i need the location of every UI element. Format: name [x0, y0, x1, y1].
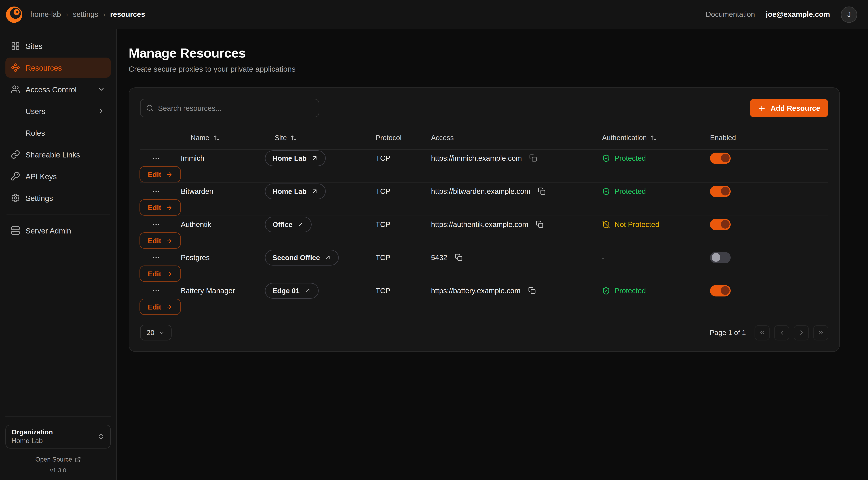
resource-protocol: TCP	[376, 154, 431, 162]
enabled-toggle[interactable]	[710, 252, 731, 263]
sidebar-item-roles[interactable]: Roles	[5, 123, 111, 143]
organization-selector[interactable]: Organization Home Lab	[5, 425, 111, 449]
sort-icon	[651, 134, 657, 141]
enabled-toggle[interactable]	[710, 285, 731, 296]
sort-icon	[290, 134, 297, 141]
row-actions-button[interactable]	[148, 249, 164, 266]
sidebar-item-label: Sites	[26, 41, 42, 50]
edit-button[interactable]: Edit	[140, 299, 181, 315]
column-access: Access	[431, 133, 454, 142]
auth-status: Protected	[602, 187, 710, 195]
row-actions-button[interactable]	[148, 282, 164, 299]
next-page-button[interactable]	[794, 325, 809, 340]
table-row: Immich Home Lab TCP https://immich.examp…	[140, 150, 828, 183]
sidebar-item-server-admin[interactable]: Server Admin	[5, 220, 111, 241]
copy-button[interactable]	[452, 251, 465, 264]
documentation-link[interactable]: Documentation	[706, 10, 755, 19]
copy-button[interactable]	[535, 185, 548, 198]
edit-button[interactable]: Edit	[140, 266, 181, 282]
sort-by-name[interactable]: Name	[181, 133, 220, 142]
resources-card: Add Resource Name Site Protocol Access A…	[129, 87, 840, 352]
table-row: Bitwarden Home Lab TCP https://bitwarden…	[140, 183, 828, 216]
main-content: Manage Resources Create secure proxies t…	[117, 29, 868, 480]
resource-protocol: TCP	[376, 187, 431, 195]
edit-button[interactable]: Edit	[140, 199, 181, 216]
access-url: https://battery.example.com	[431, 287, 520, 295]
copy-button[interactable]	[527, 151, 540, 164]
copy-button[interactable]	[525, 284, 538, 297]
users-icon	[11, 85, 20, 94]
avatar[interactable]: J	[841, 6, 857, 23]
site-link[interactable]: Home Lab	[265, 183, 326, 199]
sidebar-item-users[interactable]: Users	[5, 101, 111, 121]
sort-by-site[interactable]: Site	[265, 133, 297, 142]
pager-buttons	[754, 325, 828, 340]
sidebar-item-label: Server Admin	[26, 226, 71, 235]
sidebar-item-access-control[interactable]: Access Control	[5, 79, 111, 99]
gear-icon	[11, 193, 20, 203]
arrow-right-icon	[165, 204, 173, 211]
sidebar-item-api-keys[interactable]: API Keys	[5, 166, 111, 186]
row-actions-button[interactable]	[148, 183, 164, 199]
chevrons-up-down-icon	[97, 433, 105, 440]
copy-button[interactable]	[533, 218, 546, 231]
sidebar-nav: Sites Resources Access Control Users Rol…	[5, 36, 111, 241]
copy-icon	[455, 253, 463, 261]
sort-by-authentication[interactable]: Authentication	[602, 133, 657, 142]
page-size-select[interactable]: 20	[140, 325, 172, 340]
edit-button[interactable]: Edit	[140, 232, 181, 249]
sidebar-item-label: API Keys	[26, 172, 57, 181]
column-enabled: Enabled	[710, 133, 736, 142]
first-page-button[interactable]	[754, 325, 770, 340]
external-arrow-icon	[298, 221, 304, 228]
avatar-initial: J	[847, 10, 851, 19]
ellipsis-icon	[152, 253, 160, 262]
shield-check-icon	[602, 187, 610, 195]
topbar: home-lab › settings › resources Document…	[0, 0, 868, 29]
resources-table: Name Site Protocol Access Authentication…	[140, 126, 828, 315]
site-link[interactable]: Office	[265, 216, 312, 232]
user-email[interactable]: joe@example.com	[766, 10, 830, 19]
sort-icon	[213, 134, 220, 141]
auth-status: -	[602, 253, 710, 262]
sidebar-item-settings[interactable]: Settings	[5, 188, 111, 208]
sidebar-item-resources[interactable]: Resources	[5, 58, 111, 78]
site-link[interactable]: Edge 01	[265, 283, 319, 298]
shield-check-icon	[602, 287, 610, 295]
chevron-right-icon	[798, 329, 805, 336]
external-arrow-icon	[305, 287, 311, 294]
arrow-right-icon	[165, 237, 173, 244]
pangolin-logo[interactable]	[5, 6, 23, 23]
edit-button[interactable]: Edit	[140, 166, 181, 182]
site-link[interactable]: Home Lab	[265, 150, 326, 166]
chevrons-left-icon	[759, 329, 766, 336]
chevrons-right-icon	[817, 329, 825, 336]
grid-icon	[11, 41, 20, 51]
breadcrumb-separator: ›	[103, 11, 105, 18]
resource-protocol: TCP	[376, 253, 431, 262]
site-link[interactable]: Second Office	[265, 249, 339, 265]
chevron-down-icon	[97, 85, 105, 93]
card-toolbar: Add Resource	[140, 99, 828, 117]
add-resource-button[interactable]: Add Resource	[750, 99, 828, 117]
access-url: 5432	[431, 253, 447, 262]
search-input[interactable]	[140, 99, 319, 117]
enabled-toggle[interactable]	[710, 152, 731, 164]
breadcrumb-settings[interactable]: settings	[73, 10, 98, 19]
row-actions-button[interactable]	[148, 216, 164, 232]
external-arrow-icon	[312, 188, 318, 194]
sidebar-item-sites[interactable]: Sites	[5, 36, 111, 56]
breadcrumb-separator: ›	[66, 11, 68, 18]
copy-icon	[538, 187, 546, 195]
enabled-toggle[interactable]	[710, 219, 731, 230]
prev-page-button[interactable]	[774, 325, 789, 340]
sidebar-item-shareable-links[interactable]: Shareable Links	[5, 144, 111, 164]
open-source-link[interactable]: Open Source	[5, 456, 111, 462]
app-root: home-lab › settings › resources Document…	[0, 0, 868, 480]
row-actions-button[interactable]	[148, 150, 164, 166]
last-page-button[interactable]	[813, 325, 828, 340]
breadcrumb-org[interactable]: home-lab	[30, 10, 61, 19]
auth-status: Protected	[602, 287, 710, 295]
enabled-toggle[interactable]	[710, 185, 731, 197]
page-subtitle: Create secure proxies to your private ap…	[129, 65, 840, 73]
